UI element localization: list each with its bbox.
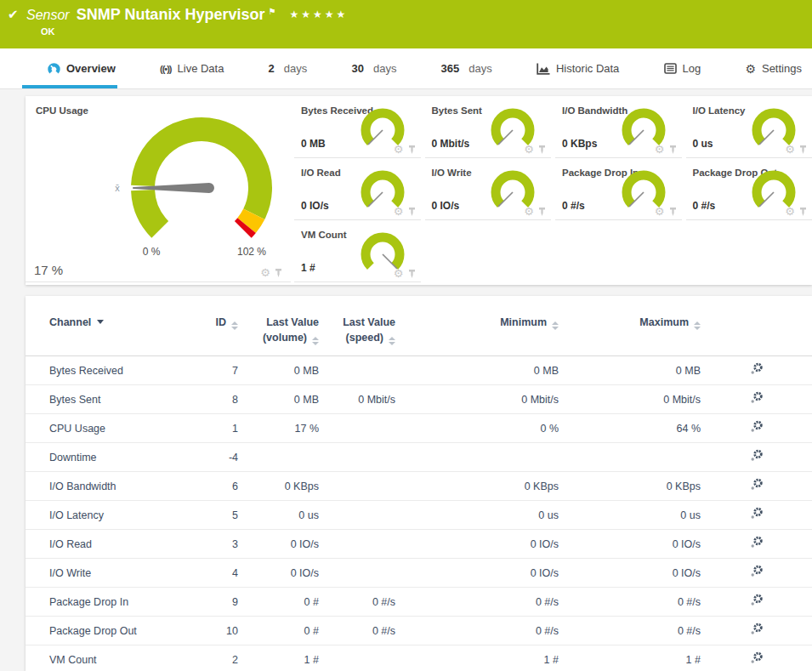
tab-unit: days (468, 62, 491, 75)
priority-stars[interactable]: ★★★★★ (289, 9, 348, 20)
cell-maximum: 1 # (559, 645, 701, 671)
gear-icon[interactable]: ⚙ (785, 206, 795, 217)
channel-settings-icon[interactable] (750, 536, 764, 552)
cell-last-value-speed (319, 414, 395, 443)
gear-icon[interactable]: ⚙ (655, 144, 665, 155)
empty-cell (686, 220, 812, 282)
cell-actions (701, 530, 812, 559)
tab-live-data[interactable]: ((•)) Live Data (160, 48, 224, 88)
gear-icon[interactable]: ⚙ (524, 206, 534, 217)
gauge-value: 0 IO/s (432, 200, 460, 212)
gauge-cell-i-o-write: I/O Write0 IO/s⚙ (425, 158, 552, 220)
tab-2-days[interactable]: 2 days (269, 48, 308, 88)
gauge-value: 0 IO/s (301, 200, 329, 212)
col-header-id[interactable]: ID (174, 296, 238, 356)
cell-maximum: 0 MB (559, 356, 701, 385)
gear-icon[interactable]: ⚙ (394, 268, 404, 279)
cell-channel[interactable]: I/O Write (26, 559, 174, 588)
cell-channel[interactable]: Downtime (26, 443, 174, 472)
col-header-actions (701, 296, 812, 356)
cell-channel[interactable]: Bytes Sent (26, 385, 174, 414)
cell-minimum: 0 #/s (395, 588, 559, 617)
gear-icon: ⚙ (745, 63, 756, 75)
cell-channel[interactable]: Package Drop In (26, 588, 174, 617)
pin-icon[interactable] (538, 145, 546, 155)
tab-label: Live Data (178, 62, 224, 75)
cell-channel[interactable]: I/O Read (26, 530, 174, 559)
cell-channel[interactable]: Package Drop Out (26, 617, 174, 645)
pin-icon[interactable] (408, 269, 416, 279)
gauges-panel: CPU Usage x̄ 0 % 102 % 17 % ⚙ Bytes Rece… (26, 96, 812, 285)
cell-channel[interactable]: VM Count (26, 645, 174, 671)
pin-icon[interactable] (408, 145, 416, 155)
pin-icon[interactable] (538, 207, 546, 217)
cell-maximum: 0 us (559, 501, 701, 530)
cell-channel[interactable]: I/O Latency (26, 501, 174, 530)
cell-last-value-speed (319, 501, 395, 530)
tab-unit: days (284, 62, 307, 75)
cell-last-value-volume: 0 MB (238, 385, 319, 414)
channel-settings-icon[interactable] (750, 478, 764, 494)
channel-settings-icon[interactable] (750, 594, 764, 610)
tab-365-days[interactable]: 365 days (441, 48, 492, 88)
cell-maximum (559, 443, 701, 472)
gear-icon[interactable]: ⚙ (785, 144, 795, 155)
tab-overview[interactable]: Overview (48, 48, 116, 88)
pin-icon[interactable] (275, 268, 282, 278)
col-header-last-value-speed[interactable]: Last Value (speed) (319, 296, 395, 356)
table-row: CPU Usage117 %0 %64 % (26, 414, 812, 443)
cell-actions (701, 559, 812, 588)
empty-cell (555, 220, 682, 282)
col-header-last-value-volume[interactable]: Last Value (volume) (238, 296, 319, 356)
gear-icon[interactable]: ⚙ (260, 267, 270, 278)
prtg-sensor-page: ✔ Sensor SNMP Nutanix Hypervisor ⚑ ★★★★★… (0, 0, 812, 671)
cell-id: 6 (174, 472, 238, 501)
cell-actions (701, 588, 812, 617)
cell-channel[interactable]: Bytes Received (26, 356, 174, 385)
tab-historic-data[interactable]: Historic Data (537, 48, 619, 88)
cell-actions (701, 645, 812, 671)
cell-last-value-volume: 0 us (238, 501, 319, 530)
table-row: I/O Read30 IO/s0 IO/s0 IO/s (26, 530, 812, 559)
tab-log[interactable]: Log (664, 48, 701, 88)
sort-icon (552, 321, 559, 330)
table-row: Bytes Sent80 MB0 Mbit/s0 Mbit/s0 Mbit/s (26, 385, 812, 414)
channel-settings-icon[interactable] (750, 651, 764, 668)
gauge-value: 17 % (34, 263, 63, 277)
channel-settings-icon[interactable] (750, 565, 764, 581)
gauge-title: I/O Latency (693, 105, 746, 116)
channel-table: Channel ID Last Value (volume) Last Valu… (26, 296, 812, 671)
pin-icon[interactable] (408, 207, 416, 217)
status-badge: OK (0, 24, 812, 37)
gear-icon[interactable]: ⚙ (524, 144, 534, 155)
cell-minimum (395, 443, 559, 472)
cell-last-value-speed (319, 443, 395, 472)
channel-settings-icon[interactable] (750, 391, 764, 407)
cell-id: 8 (174, 385, 238, 414)
tab-number: 365 (441, 62, 460, 75)
pin-icon[interactable] (669, 145, 677, 155)
cell-last-value-speed: 0 #/s (319, 588, 395, 617)
gauge-cell-i-o-bandwidth: I/O Bandwidth0 KBps⚙ (555, 96, 682, 158)
cell-maximum: 0 #/s (559, 617, 701, 645)
tab-30-days[interactable]: 30 days (351, 48, 396, 88)
channel-settings-icon[interactable] (750, 507, 764, 523)
pin-icon[interactable] (799, 207, 807, 217)
pin-icon[interactable] (669, 207, 677, 217)
cell-channel[interactable]: I/O Bandwidth (26, 472, 174, 501)
gear-icon[interactable]: ⚙ (394, 206, 404, 217)
channel-settings-icon[interactable] (750, 420, 764, 436)
channel-settings-icon[interactable] (750, 362, 764, 378)
cell-channel[interactable]: CPU Usage (26, 414, 174, 443)
channel-settings-icon[interactable] (750, 623, 764, 639)
gear-icon[interactable]: ⚙ (655, 206, 665, 217)
flag-icon[interactable]: ⚑ (268, 7, 275, 16)
cell-minimum: 0 KBps (395, 472, 559, 501)
col-header-minimum[interactable]: Minimum (395, 296, 559, 356)
gear-icon[interactable]: ⚙ (394, 144, 404, 155)
col-header-channel[interactable]: Channel (26, 296, 174, 356)
channel-settings-icon[interactable] (750, 449, 764, 465)
tab-settings[interactable]: ⚙ Settings (745, 48, 802, 88)
col-header-maximum[interactable]: Maximum (559, 296, 701, 356)
pin-icon[interactable] (799, 145, 807, 155)
